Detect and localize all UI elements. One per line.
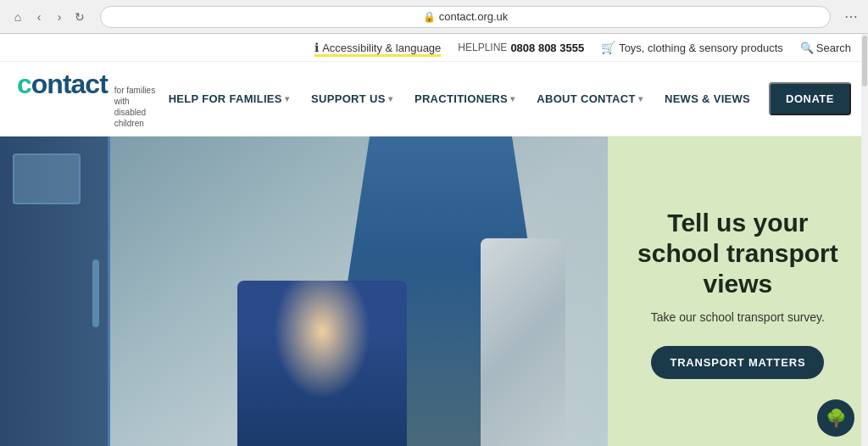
donate-button[interactable]: DONATE [769,82,851,115]
url-text: contact.org.uk [439,10,509,23]
nav-practitioners-label: PRACTITIONERS [415,92,508,105]
chevron-down-icon: ▾ [285,94,289,103]
hero-person-area [110,137,608,446]
nav-about-label: ABOUT CONTACT [537,92,635,105]
logo-tagline-line2: with disabled children [114,96,159,129]
scrollbar[interactable] [861,34,868,446]
website-content: ℹ Accessibility & language HELPLINE 0808… [0,34,868,446]
browser-chrome: ⌂ ‹ › ↻ 🔒 contact.org.uk ⋯ [0,0,868,34]
main-nav: contact for families with disabled child… [0,62,868,137]
nav-support-label: SUPPORT US [311,92,386,105]
logo-c-letter: c [17,69,31,99]
chevron-down-icon-4: ▾ [638,94,643,103]
more-button[interactable]: ⋯ [844,8,858,25]
nav-practitioners[interactable]: PRACTITIONERS ▾ [404,86,525,112]
accessibility-label: Accessibility & language [322,42,441,54]
chevron-down-icon-3: ▾ [510,94,515,103]
logo-tagline: for families with disabled children [114,85,159,129]
back-button[interactable]: ‹ [32,10,46,24]
hero-title: Tell us your school transport views [628,208,848,299]
hero-van-detail [92,259,99,327]
basket-icon: 🛒 [601,41,615,54]
shop-link[interactable]: 🛒 Toys, clothing & sensory products [601,41,783,54]
hero-section: Tell us your school transport views Take… [0,137,868,446]
lock-icon: 🔒 [423,11,436,23]
site-logo[interactable]: contact for families with disabled child… [17,69,159,129]
helpline-info: HELPLINE 0808 808 3555 [458,42,584,54]
hero-equipment [481,238,565,446]
chevron-down-icon-2: ▾ [388,94,392,103]
hero-child-wheelchair [237,281,407,446]
scrollbar-thumb[interactable] [862,36,867,86]
logo-text: contact [17,69,108,100]
hero-van-window [13,153,81,204]
helpline-prefix: HELPLINE [458,42,507,53]
transport-matters-button[interactable]: TRANSPORT MATTERS [651,346,824,379]
search-link[interactable]: 🔍 Search [800,42,851,54]
nav-help-for-families[interactable]: HELP FOR FAMILIES ▾ [159,86,299,112]
nav-help-label: HELP FOR FAMILIES [169,92,282,105]
hero-subtitle: Take our school transport survey. [651,309,825,326]
search-label: Search [816,42,851,54]
nav-items: HELP FOR FAMILIES ▾ SUPPORT US ▾ PRACTIT… [159,82,851,115]
logo-tagline-line1: for families [114,85,159,96]
reload-button[interactable]: ↻ [73,10,86,24]
hero-image [0,137,608,446]
info-icon: ℹ [314,41,319,54]
forward-button[interactable]: › [53,10,66,24]
nav-news-label: NEWS & VIEWS [665,92,750,105]
utility-bar: ℹ Accessibility & language HELPLINE 0808… [0,34,868,62]
nav-news-views[interactable]: NEWS & VIEWS [654,86,760,112]
helpline-number[interactable]: 0808 808 3555 [510,42,584,54]
shop-label: Toys, clothing & sensory products [619,42,783,54]
tree-icon: 🌳 [826,408,847,428]
floating-chat-button[interactable]: 🌳 [817,399,854,437]
accessibility-link[interactable]: ℹ Accessibility & language [314,41,441,54]
search-icon: 🔍 [800,42,814,54]
home-button[interactable]: ⌂ [10,9,25,25]
nav-support-us[interactable]: SUPPORT US ▾ [301,86,403,112]
nav-about-contact[interactable]: ABOUT CONTACT ▾ [526,86,653,112]
hero-van [0,137,110,446]
address-bar[interactable]: 🔒 contact.org.uk [100,6,831,28]
